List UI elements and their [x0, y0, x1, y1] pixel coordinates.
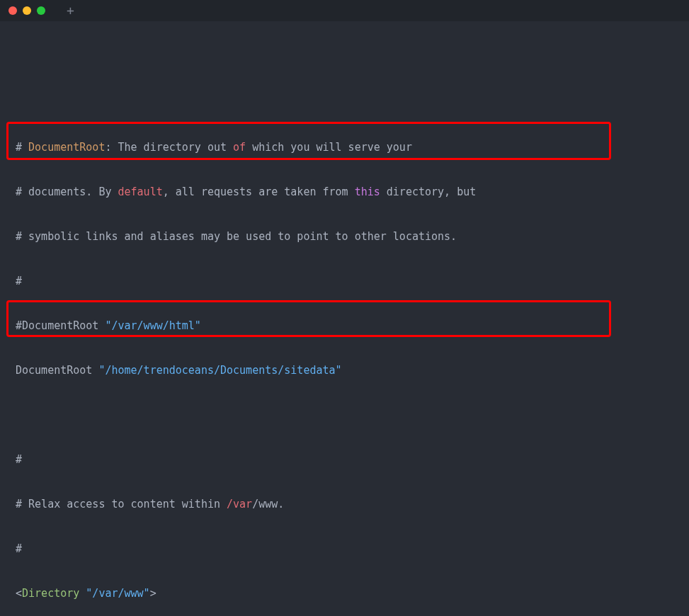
code-line: DocumentRoot "/home/trendoceans/Document…: [16, 363, 689, 378]
code-line: #: [16, 542, 689, 557]
code-editor[interactable]: # DocumentRoot: The directory out of whi…: [0, 21, 689, 616]
code-line: #: [16, 274, 689, 289]
window-minimize-button[interactable]: [23, 6, 31, 15]
code-line: #: [16, 452, 689, 467]
code-line: # symbolic links and aliases may be used…: [16, 229, 689, 244]
window-close-button[interactable]: [8, 6, 17, 15]
code-line: # DocumentRoot: The directory out of whi…: [16, 140, 689, 155]
code-line: #DocumentRoot "/var/www/html": [16, 319, 689, 333]
code-line: <Directory "/var/www">: [16, 586, 689, 601]
code-line: [16, 408, 689, 423]
title-bar: +: [0, 0, 689, 21]
code-line: # Relax access to content within /var/ww…: [16, 497, 689, 512]
window-maximize-button[interactable]: [37, 6, 45, 15]
code-line: # documents. By default, all requests ar…: [16, 185, 689, 200]
